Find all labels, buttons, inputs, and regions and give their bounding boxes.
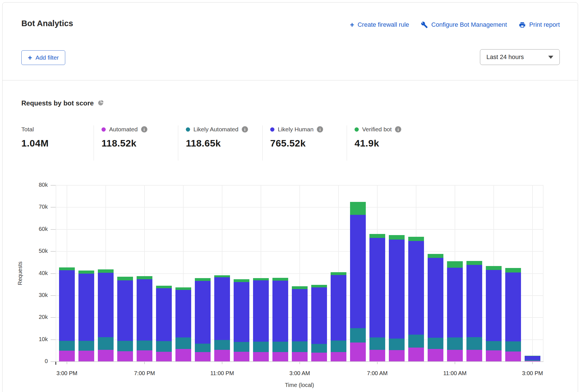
bar-segment-automated[interactable] [253, 352, 269, 361]
bar-segment-automated[interactable] [292, 352, 308, 361]
bar-segment-verified-bot[interactable] [195, 278, 211, 281]
bar-segment-likely-automated[interactable] [156, 341, 172, 352]
bar-segment-verified-bot[interactable] [156, 286, 172, 288]
bar-segment-likely-human[interactable] [505, 272, 521, 341]
bar-segment-automated[interactable] [137, 350, 152, 361]
bar-segment-likely-human[interactable] [331, 275, 346, 341]
bar-segment-automated[interactable] [78, 351, 94, 361]
bar-segment-likely-automated[interactable] [234, 342, 249, 352]
bar-segment-verified-bot[interactable] [311, 285, 327, 287]
bar-segment-automated[interactable] [195, 352, 211, 361]
bar-segment-automated[interactable] [428, 349, 443, 361]
create-firewall-rule-link[interactable]: + Create firewall rule [350, 21, 409, 28]
bar-segment-verified-bot[interactable] [292, 286, 308, 289]
bar-segment-automated[interactable] [59, 351, 75, 361]
bar-segment-automated[interactable] [272, 352, 288, 361]
bar-segment-likely-automated[interactable] [311, 344, 327, 353]
bar-segment-likely-human[interactable] [466, 265, 482, 337]
bar-segment-likely-human[interactable] [156, 288, 172, 341]
bar-segment-likely-human[interactable] [98, 273, 114, 337]
bar-segment-likely-automated[interactable] [369, 337, 385, 350]
bar-segment-likely-human[interactable] [59, 270, 75, 341]
bar-segment-verified-bot[interactable] [428, 254, 443, 258]
bar-segment-verified-bot[interactable] [466, 261, 482, 265]
bar-segment-likely-human[interactable] [428, 258, 443, 338]
bar-segment-automated[interactable] [98, 350, 114, 362]
bar-segment-verified-bot[interactable] [253, 278, 269, 280]
bar-segment-verified-bot[interactable] [389, 235, 405, 240]
bar-segment-likely-automated[interactable] [486, 341, 502, 350]
bar-segment-automated[interactable] [486, 350, 502, 361]
bar-segment-likely-human[interactable] [408, 241, 424, 335]
configure-bot-management-link[interactable]: Configure Bot Management [421, 21, 507, 28]
bar-segment-likely-human[interactable] [175, 290, 191, 337]
bar-segment-verified-bot[interactable] [350, 202, 366, 215]
bar-segment-likely-human[interactable] [447, 268, 463, 337]
bar-segment-automated[interactable] [466, 350, 482, 361]
bar-segment-likely-automated[interactable] [272, 342, 288, 352]
bar-segment-verified-bot[interactable] [214, 275, 230, 277]
bar-segment-likely-human[interactable] [350, 215, 366, 328]
bar-segment-likely-automated[interactable] [137, 341, 152, 350]
bar-segment-likely-automated[interactable] [505, 341, 521, 351]
bar-segment-likely-human[interactable] [234, 282, 249, 342]
bar-segment-automated[interactable] [447, 350, 463, 362]
bar-segment-likely-human[interactable] [137, 279, 152, 341]
bar-segment-verified-bot[interactable] [117, 277, 133, 280]
bar-segment-automated[interactable] [311, 353, 327, 361]
time-range-select[interactable]: Last 24 hours [480, 49, 560, 65]
bar-segment-likely-automated[interactable] [389, 339, 405, 350]
bar-segment-automated[interactable] [331, 352, 346, 361]
bar-segment-automated[interactable] [214, 350, 230, 361]
bar-segment-automated[interactable] [156, 352, 172, 361]
bar-segment-verified-bot[interactable] [369, 234, 385, 238]
bar-segment-likely-human[interactable] [292, 289, 308, 341]
bar-segment-likely-automated[interactable] [59, 341, 75, 351]
bar-segment-automated[interactable] [117, 351, 133, 361]
bar-segment-automated[interactable] [408, 348, 424, 361]
bar-segment-verified-bot[interactable] [331, 272, 346, 275]
info-icon[interactable]: i [317, 126, 323, 132]
bar-segment-likely-automated[interactable] [466, 337, 482, 350]
bar-segment-likely-human[interactable] [117, 280, 133, 341]
bar-segment-verified-bot[interactable] [486, 266, 502, 270]
bar-segment-verified-bot[interactable] [408, 237, 424, 241]
bar-segment-likely-human[interactable] [486, 270, 502, 341]
bar-segment-verified-bot[interactable] [272, 278, 288, 281]
bar-segment-likely-automated[interactable] [117, 341, 133, 351]
bar-segment-verified-bot[interactable] [98, 269, 114, 273]
bar-segment-likely-automated[interactable] [447, 337, 463, 350]
bar-segment-likely-automated[interactable] [331, 341, 346, 352]
bar-segment-likely-automated[interactable] [214, 340, 230, 350]
bar-segment-likely-automated[interactable] [428, 338, 443, 349]
bar-segment-likely-automated[interactable] [292, 341, 308, 352]
bar-segment-automated[interactable] [369, 350, 385, 361]
add-filter-button[interactable]: + Add filter [21, 50, 65, 65]
print-report-link[interactable]: Print report [519, 21, 560, 28]
bar-segment-verified-bot[interactable] [59, 267, 75, 270]
bar-segment-likely-human[interactable] [253, 280, 269, 342]
bar-segment-likely-automated[interactable] [175, 337, 191, 349]
bar-segment-likely-human[interactable] [389, 240, 405, 339]
bar-segment-likely-human[interactable] [214, 277, 230, 340]
bar-segment-likely-human[interactable] [369, 238, 385, 337]
bar-segment-verified-bot[interactable] [78, 271, 94, 274]
bar-segment-automated[interactable] [175, 349, 191, 361]
bar-segment-verified-bot[interactable] [137, 276, 152, 280]
bar-segment-automated[interactable] [505, 352, 521, 361]
bar-segment-verified-bot[interactable] [447, 261, 463, 268]
bar-segment-likely-human[interactable] [78, 274, 94, 341]
info-icon[interactable]: i [141, 126, 147, 132]
bar-segment-likely-automated[interactable] [253, 342, 269, 352]
bar-segment-likely-human[interactable] [272, 281, 288, 342]
bar-segment-verified-bot[interactable] [234, 279, 249, 282]
bar-segment-automated[interactable] [350, 343, 366, 361]
bar-segment-likely-automated[interactable] [408, 335, 424, 348]
bar-segment-automated[interactable] [389, 350, 405, 361]
bar-segment-likely-human[interactable] [195, 281, 211, 344]
bar-segment-likely-automated[interactable] [195, 344, 211, 352]
bar-segment-verified-bot[interactable] [175, 287, 191, 290]
info-icon[interactable]: i [395, 126, 401, 132]
bar-segment-verified-bot[interactable] [505, 268, 521, 272]
bar-segment-likely-human[interactable] [311, 287, 327, 344]
